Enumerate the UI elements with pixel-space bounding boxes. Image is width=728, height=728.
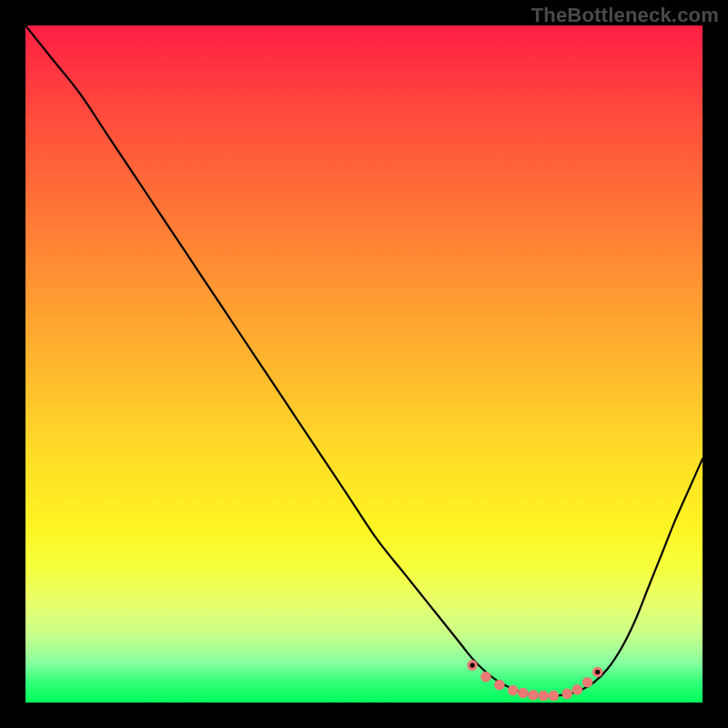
flat-marker-dot — [592, 667, 603, 678]
flat-region-endpoints — [470, 662, 600, 674]
flat-endpoint-dot — [470, 662, 474, 667]
chart-frame: TheBottleneck.com — [0, 0, 728, 728]
bottleneck-curve — [25, 25, 703, 696]
flat-marker-dot — [467, 660, 478, 671]
watermark-text: TheBottleneck.com — [531, 4, 719, 27]
flat-marker-dot — [494, 680, 505, 691]
flat-marker-dot — [480, 672, 491, 682]
flat-endpoint-dot — [595, 670, 600, 674]
flat-marker-dot — [508, 685, 519, 696]
flat-marker-dot — [572, 684, 583, 695]
flat-marker-dot — [582, 677, 593, 688]
flat-marker-dot — [549, 691, 560, 702]
flat-marker-dot — [561, 689, 572, 700]
flat-marker-dot — [538, 691, 549, 702]
flat-marker-dot — [518, 688, 529, 699]
flat-marker-dot — [528, 690, 539, 701]
plot-area — [25, 25, 703, 703]
curve-svg — [25, 25, 703, 703]
flat-region-markers — [467, 660, 602, 701]
